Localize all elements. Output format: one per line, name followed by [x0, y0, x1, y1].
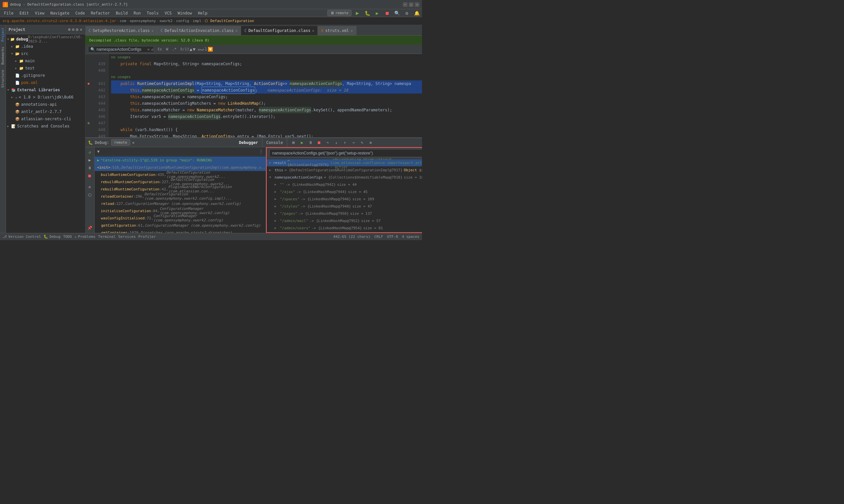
- new-file-icon[interactable]: ⊕: [68, 27, 71, 32]
- run-btn[interactable]: ▶: [354, 9, 361, 17]
- frames-filter-icon[interactable]: ▼: [97, 149, 100, 154]
- frame-item-7[interactable]: wasConfigInitialised :72, ConfigurationM…: [94, 214, 266, 222]
- tab-struts-xml[interactable]: X struts.xml ✕: [318, 26, 356, 35]
- eval-input[interactable]: [269, 149, 422, 157]
- prev-match-btn[interactable]: ▲: [190, 47, 192, 52]
- tab-default-config[interactable]: C DefaultConfiguration.class ✕: [241, 26, 318, 35]
- gutter-442[interactable]: ●: [85, 80, 92, 87]
- tree-item-idea[interactable]: ▶ 📁 .idea: [6, 43, 85, 50]
- debug-btn[interactable]: 🐛: [363, 9, 371, 17]
- menu-window[interactable]: Window: [175, 10, 194, 16]
- var-item-ajax[interactable]: ▶ "/ajax" -> {LinkedHashMap@7944} size =…: [267, 188, 422, 195]
- next-match-btn[interactable]: ▼: [193, 47, 195, 52]
- frame-item-9[interactable]: getContainer :1079, Dispatcher (org.apac…: [94, 229, 266, 233]
- var-item-admin-users[interactable]: ▶ "/admin/users" -> {LinkedHashMap@7954}…: [267, 224, 422, 232]
- run-to-cursor-btn[interactable]: →: [350, 139, 357, 146]
- status-debug[interactable]: 🐛 Debug: [44, 235, 60, 239]
- whole-word-btn[interactable]: W: [164, 46, 170, 53]
- frames-btn[interactable]: ≡: [367, 139, 374, 146]
- search-refresh-icon[interactable]: ↺: [151, 47, 153, 52]
- var-item-pages[interactable]: ▶ "/pages" -> {LinkedHashMap@7950} size …: [267, 210, 422, 217]
- var-item-bootstrap[interactable]: ▶ "/bootstrap" -> {LinkedHashMap@7956} s…: [267, 232, 422, 233]
- var-item-result[interactable]: ▶ result = {ActionConfig@7979} "(ActionC…: [267, 159, 422, 166]
- menu-code[interactable]: Code: [73, 10, 88, 16]
- hide-panel-icon[interactable]: ✕: [80, 27, 82, 32]
- var-item-spaces[interactable]: ▶ "/spaces" -> {LinkedHashMap@7946} size…: [267, 195, 422, 203]
- tree-item-jdk[interactable]: ▶ ☕ < 1.8 > D:\usr\jdk\8u66: [6, 93, 85, 101]
- minimize-btn[interactable]: ─: [403, 2, 408, 7]
- debug-close-btn[interactable]: ✕: [132, 140, 135, 145]
- menu-vcs[interactable]: VCS: [162, 10, 174, 16]
- breadcrumb-com[interactable]: com: [120, 19, 126, 23]
- resume-btn[interactable]: ▶: [298, 139, 306, 146]
- debug-pause2-btn[interactable]: ⏸: [86, 164, 93, 172]
- step-out-btn[interactable]: ↑: [341, 139, 348, 146]
- breadcrumb-impl[interactable]: impl: [192, 19, 202, 23]
- coverage-btn[interactable]: ▶: [373, 9, 381, 17]
- search-multiline-btn[interactable]: ↵: [202, 47, 204, 52]
- debug-resume2-btn[interactable]: ▶: [86, 157, 93, 164]
- bookmarks-tool-label[interactable]: Bookmarks: [0, 44, 5, 67]
- search-everywhere-btn[interactable]: 🔍: [393, 9, 401, 17]
- remote-config-btn[interactable]: 🖥 remote: [327, 10, 351, 16]
- debugger-tab[interactable]: Debugger: [235, 138, 262, 147]
- tree-item-scratches[interactable]: ▶ 📝 Scratches and Consoles: [6, 123, 85, 130]
- breakpoint-icon[interactable]: ●: [88, 80, 90, 87]
- frames-filter-btn[interactable]: ⋮: [259, 149, 263, 154]
- menu-build[interactable]: Build: [113, 10, 130, 16]
- status-position[interactable]: 442:65 (22 chars): [333, 235, 371, 239]
- frame-item-5[interactable]: reload :227, ConfigurationManager (com.o…: [94, 200, 266, 207]
- search-in-selection-btn[interactable]: ▭: [198, 47, 201, 52]
- menu-edit[interactable]: Edit: [17, 10, 32, 16]
- var-item-admin-mail[interactable]: ▶ "/admin/mail" -> {LinkedHashMap@7952} …: [267, 217, 422, 224]
- tab-setup-close[interactable]: ✕: [151, 29, 154, 33]
- menu-run[interactable]: Run: [131, 10, 143, 16]
- status-encoding[interactable]: UTF-8: [387, 235, 398, 239]
- thread-item[interactable]: ▶ "Catalina-utility-1"@2,539 in group "m…: [94, 157, 266, 164]
- status-line-ending[interactable]: CRLF: [374, 235, 383, 239]
- debug-remote-btn[interactable]: remote: [111, 139, 130, 146]
- search-clear-icon[interactable]: ✕: [148, 47, 150, 52]
- maximize-btn[interactable]: □: [409, 2, 413, 7]
- filter-icon[interactable]: ▤: [290, 139, 297, 146]
- tab-default-action[interactable]: C DefaultActionInvocation.class ✕: [157, 26, 241, 35]
- menu-navigate[interactable]: Navigate: [48, 10, 72, 16]
- tree-item-test[interactable]: ▶ 📁 test: [6, 65, 85, 72]
- frame-item-2[interactable]: rebuildRuntimeConfiguration :227, Defaul…: [94, 178, 266, 185]
- notifications-btn[interactable]: 🔔: [413, 9, 421, 17]
- menu-file[interactable]: File: [1, 10, 16, 16]
- step-into-btn[interactable]: ↓: [333, 139, 340, 146]
- search-input-wrap[interactable]: 🔍 ✕ ↺: [88, 46, 154, 53]
- breadcrumb-jar[interactable]: org.apache.struts.struts2-core-6.3.0-atl…: [3, 19, 116, 23]
- var-item-namespace[interactable]: ▼ namespaceActionConfigs = {Collections$…: [267, 174, 422, 181]
- tab-setup-restore[interactable]: C SetupRestoreAction.class ✕: [85, 26, 157, 35]
- frame-item-1[interactable]: buildRuntimeConfiguration :435, DefaultC…: [94, 171, 266, 178]
- tree-item-gitignore[interactable]: ▶ 📄 .gitignore: [6, 72, 85, 79]
- settings-gear-icon[interactable]: ⚙: [76, 27, 79, 32]
- status-todo[interactable]: TODO: [63, 235, 72, 239]
- view-breakpoints-btn[interactable]: ⬡: [86, 192, 93, 199]
- tree-item-pom[interactable]: ▶ 📄 pom.xml: [6, 79, 85, 86]
- breadcrumb-xwork2[interactable]: xwork2: [159, 19, 173, 23]
- search-input[interactable]: [97, 47, 146, 52]
- tree-item-src[interactable]: ▼ 📂 src: [6, 50, 85, 57]
- close-btn[interactable]: ✕: [415, 2, 419, 7]
- debug-stop2-btn[interactable]: ⏹: [86, 172, 93, 180]
- frame-item-0[interactable]: <init> :516, DefaultConfiguration$Runtim…: [94, 164, 266, 171]
- var-item-empty-key[interactable]: ▶ "" -> {LinkedHashMap@7942} size = 44: [267, 181, 422, 188]
- menu-tools[interactable]: Tools: [144, 10, 161, 16]
- case-sensitive-btn[interactable]: Cc: [157, 46, 163, 53]
- structure-tool-label[interactable]: Structure: [0, 67, 5, 90]
- search-wrap-btn[interactable]: ⤵: [205, 47, 207, 52]
- settings-btn[interactable]: ⚙: [403, 9, 411, 17]
- step-over-btn[interactable]: ↷: [324, 139, 331, 146]
- menu-view[interactable]: View: [32, 10, 47, 16]
- status-services[interactable]: Services: [118, 235, 136, 239]
- tree-item-atlassian[interactable]: ▶ 📦 atlassian-secrets-cli: [6, 115, 85, 123]
- breadcrumb-class[interactable]: ⬡ DefaultConfiguration: [205, 19, 254, 23]
- tree-item-ext-libs[interactable]: ▼ 📚 External Libraries: [6, 86, 85, 93]
- pin-btn[interactable]: 📌: [86, 224, 93, 232]
- status-terminal[interactable]: Terminal: [98, 235, 116, 239]
- pause-btn[interactable]: ⏸: [307, 139, 314, 146]
- status-vcs[interactable]: ⎇ Version Control: [3, 235, 41, 239]
